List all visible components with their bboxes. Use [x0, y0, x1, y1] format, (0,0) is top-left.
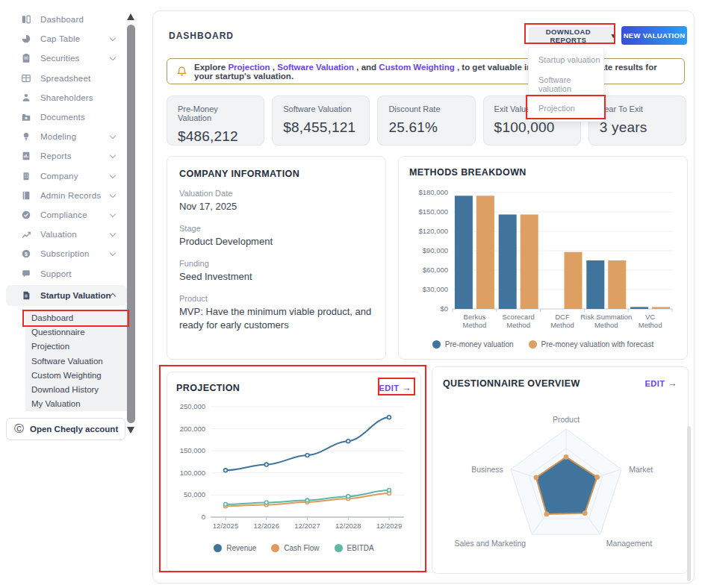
svg-text:250,000: 250,000: [180, 402, 205, 410]
sidebar-item-dashboard[interactable]: Dashboard: [7, 10, 127, 29]
sidebar-item-shareholders[interactable]: Shareholders: [7, 88, 127, 107]
svg-text:12/2026: 12/2026: [254, 522, 279, 530]
open-cheqly-account-button[interactable]: Ⓒ Open Cheqly account: [6, 418, 125, 440]
download-reports-button[interactable]: DOWNLOAD REPORTS ▾: [529, 27, 615, 44]
sidebar-scrollbar-thumb[interactable]: [127, 25, 135, 423]
legend-dot: [335, 544, 343, 552]
stat-label: Software Valuation: [283, 104, 358, 113]
main-scrollbar[interactable]: [687, 426, 691, 581]
sidebar-item-subscription[interactable]: $Subscription: [7, 244, 127, 263]
sidebar-subitem-my-valuation[interactable]: My Valuation: [25, 397, 127, 411]
stat-value: 25.61%: [388, 119, 464, 136]
sidebar-item-valuation[interactable]: Valuation: [7, 225, 127, 244]
sidebar-subitem-questionnaire[interactable]: Questionnaire: [25, 325, 127, 339]
sidebar-item-modeling[interactable]: Modeling: [7, 127, 127, 146]
sidebar-item-company[interactable]: Company: [7, 166, 127, 186]
field-value: MVP: Have the minimum viable product, an…: [179, 305, 373, 334]
svg-text:Scorecard: Scorecard: [503, 313, 535, 321]
sidebar-item-startup-valuation[interactable]: Startup Valuation: [6, 285, 127, 306]
sidebar-item-label: Documents: [40, 113, 85, 122]
sidebar: DashboardCap TableSecuritiesSpreadsheetS…: [0, 0, 146, 588]
sidebar-item-label: Shareholders: [40, 93, 93, 102]
svg-text:VC: VC: [645, 313, 655, 321]
panel-title: COMPANY INFORMATION: [179, 169, 373, 179]
scroll-up-arrow-icon[interactable]: [127, 13, 134, 20]
alert-text-segment: Explore: [194, 63, 228, 72]
company-fields: Valuation DateNov 17, 2025StageProduct D…: [179, 189, 373, 333]
menu-item-projection[interactable]: Projection: [529, 96, 603, 121]
person-icon: [21, 93, 31, 103]
edit-projection-link[interactable]: EDIT →: [379, 382, 411, 393]
edit-questionnaire-link[interactable]: EDIT →: [644, 378, 677, 389]
sidebar-item-documents[interactable]: Documents: [7, 107, 127, 127]
svg-text:$180,000: $180,000: [418, 188, 448, 196]
svg-text:$: $: [25, 251, 28, 257]
sidebar-item-spreadsheet[interactable]: Spreadsheet: [7, 69, 127, 88]
legend-dot: [529, 340, 537, 348]
panel-title: PROJECTION: [176, 383, 240, 393]
menu-item-software-valuation[interactable]: Software valuation: [529, 72, 603, 97]
sidebar-subitem-dashboard[interactable]: Dashboard: [25, 310, 127, 325]
sidebar-item-label: Spreadsheet: [40, 74, 90, 83]
sidebar-item-reports[interactable]: Reports: [7, 146, 127, 166]
stat-card-discount-rate: Discount Rate25.61%: [377, 96, 475, 146]
sidebar-item-label: Support: [40, 269, 72, 278]
questionnaire-radar-chart: ProductMarketManagementSales and Marketi…: [443, 395, 689, 563]
field-label: Valuation Date: [179, 189, 373, 198]
legend-item-revenue: Revenue: [214, 544, 256, 552]
download-reports-menu: Startup valuationSoftware valuationProje…: [528, 47, 604, 122]
stat-label: Pre-Money Valuation: [178, 104, 253, 122]
svg-text:12/2025: 12/2025: [213, 522, 238, 530]
projection-panel: PROJECTION EDIT → 050,000100,000150,0002…: [167, 372, 421, 572]
svg-text:150,000: 150,000: [180, 446, 205, 454]
svg-text:$90,000: $90,000: [423, 246, 448, 254]
legend-dot: [214, 544, 222, 552]
sidebar-item-support[interactable]: Support: [7, 263, 127, 283]
chart-legend: RevenueCash FlowEBITDA: [176, 544, 411, 552]
pie-icon: [21, 34, 31, 44]
new-valuation-button[interactable]: NEW VALUATION: [621, 26, 687, 45]
scroll-down-arrow-icon[interactable]: [127, 427, 134, 434]
sidebar-item-label: Modeling: [40, 132, 76, 141]
chevron-down-icon: [110, 152, 116, 158]
bell-icon: [176, 66, 187, 77]
sidebar-subitem-software-valuation[interactable]: Software Valuation: [25, 354, 127, 368]
svg-text:12/2029: 12/2029: [376, 522, 402, 530]
chevron-down-icon: [110, 35, 116, 41]
svg-text:Risk Summation: Risk Summation: [580, 313, 632, 321]
alert-link-custom-weighting[interactable]: Custom Weighting: [379, 63, 454, 72]
sidebar-subitem-custom-weighting[interactable]: Custom Weighting: [25, 368, 127, 382]
sidebar-subitem-download-history[interactable]: Download History: [25, 382, 127, 396]
document-icon: [21, 290, 31, 301]
stat-value: $8,455,121: [283, 119, 358, 136]
alert-link-software-valuation[interactable]: Software Valuation: [277, 63, 354, 72]
edit-label: EDIT: [379, 384, 399, 392]
methods-breakdown-panel: METHODS BREAKDOWN $0$30,000$60,000$90,00…: [398, 156, 688, 360]
arrow-right-icon: →: [402, 382, 412, 393]
svg-text:Product: Product: [553, 415, 580, 424]
sidebar-nav: DashboardCap TableSecuritiesSpreadsheetS…: [7, 10, 127, 284]
sidebar-item-label: Cap Table: [40, 34, 80, 43]
svg-text:12/2028: 12/2028: [335, 522, 361, 530]
sidebar-item-securities[interactable]: Securities: [7, 49, 127, 68]
sidebar-subitem-projection[interactable]: Projection: [25, 340, 127, 354]
sidebar-item-label: Securities: [40, 54, 80, 63]
menu-item-startup-valuation[interactable]: Startup valuation: [529, 48, 603, 72]
sidebar-item-compliance[interactable]: Compliance: [7, 205, 127, 225]
stat-value: 3 years: [600, 119, 675, 136]
alert-link-projection[interactable]: Projection: [228, 63, 270, 72]
chat-icon: [21, 269, 31, 279]
field-label: Product: [179, 294, 373, 303]
table-icon: [21, 73, 31, 84]
sidebar-item-admin-records[interactable]: Admin Records: [7, 186, 127, 205]
svg-text:12/2027: 12/2027: [294, 522, 320, 530]
svg-text:$0: $0: [440, 304, 448, 313]
svg-text:0: 0: [202, 513, 205, 521]
chevron-down-icon: [110, 54, 116, 60]
sidebar-item-label: Startup Valuation: [40, 291, 111, 300]
svg-text:Berkus: Berkus: [464, 313, 486, 321]
sidebar-item-cap-table[interactable]: Cap Table: [7, 29, 127, 49]
projection-chart: 050,000100,000150,000200,000250,00012/20…: [176, 398, 414, 537]
cheqly-logo-icon: Ⓒ: [14, 422, 24, 436]
main-card: DASHBOARD DOWNLOAD REPORTS ▾ NEW VALUATI…: [152, 10, 695, 584]
